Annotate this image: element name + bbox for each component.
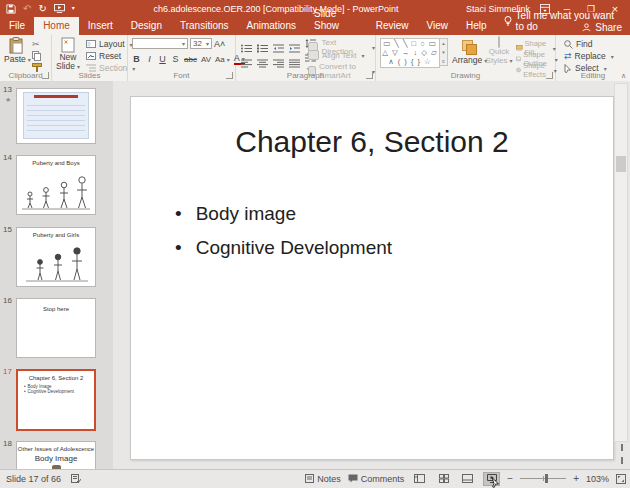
thumb15-girls-figures	[20, 240, 92, 282]
next-slide-button[interactable]	[616, 458, 628, 469]
thumb14-boys-figures	[20, 168, 92, 210]
zoom-slider-handle[interactable]	[545, 474, 548, 483]
ribbon: Paste ✂ Clipboard New Slide Layout Reset…	[0, 35, 630, 82]
redo-icon[interactable]: ↻	[38, 0, 46, 17]
slide-sorter-view-button[interactable]	[435, 472, 452, 486]
zoom-level[interactable]: 103%	[586, 474, 609, 484]
font-name-combo[interactable]	[132, 38, 188, 49]
animation-star-icon[interactable]: ★	[5, 96, 11, 104]
comments-button[interactable]: Comments	[348, 474, 405, 484]
bold-button[interactable]: B	[132, 54, 141, 64]
numbering-icon[interactable]	[257, 44, 268, 53]
mouse-cursor	[491, 477, 500, 488]
slide-title[interactable]: Chapter 6, Section 2	[131, 125, 613, 159]
paragraph-dialog-launcher[interactable]	[366, 72, 373, 79]
strikethrough-button[interactable]: abc	[184, 55, 197, 64]
previous-slide-button[interactable]	[616, 445, 628, 456]
tab-home[interactable]: Home	[34, 17, 79, 35]
thumb-number-18: 18	[3, 439, 12, 448]
group-clipboard: Paste ✂ Clipboard	[0, 35, 52, 81]
tab-transitions[interactable]: Transitions	[171, 17, 238, 35]
thumbnail-slide-16[interactable]: Stop here	[16, 298, 96, 358]
notes-button[interactable]: Notes	[305, 474, 341, 484]
find-button[interactable]: Find	[564, 39, 593, 49]
thumb13-table-graphic	[23, 92, 89, 139]
scrollbar-thumb[interactable]	[616, 156, 626, 172]
font-dialog-launcher[interactable]	[226, 72, 233, 79]
font-size-combo[interactable]: 32	[190, 38, 212, 49]
italic-button[interactable]: I	[145, 54, 154, 64]
thumbnail-slide-15[interactable]: Puberty and Girls	[16, 227, 96, 287]
shapes-gallery[interactable]: ▭ ╲ ╲ □ ○ ▭ △ ▽ → ↓ ◇ ▱ ∧ ( ) { } ☆	[380, 38, 440, 68]
vertical-scrollbar[interactable]	[614, 83, 628, 442]
tab-slide-show[interactable]: Slide Show	[305, 5, 367, 35]
tab-design[interactable]: Design	[122, 17, 171, 35]
text-shadow-button[interactable]: S	[171, 54, 180, 64]
fit-to-window-button[interactable]	[616, 474, 626, 484]
decrease-indent-icon[interactable]	[273, 44, 284, 53]
layout-button[interactable]: Layout	[86, 39, 133, 49]
paste-button[interactable]: Paste	[4, 37, 28, 64]
collapse-ribbon-icon[interactable]: ∧	[621, 72, 626, 80]
person-icon	[582, 23, 591, 32]
character-spacing-button[interactable]: AV	[201, 55, 211, 64]
status-bar: Slide 17 of 66 Notes Comments −	[0, 469, 630, 488]
slide-counter[interactable]: Slide 17 of 66	[6, 474, 61, 484]
document-title: ch6.adolescence.OER.200 [Compatibility M…	[86, 4, 466, 14]
shapes-gallery-scroll[interactable]: ▴▾≡	[439, 38, 448, 66]
reading-view-button[interactable]	[459, 472, 476, 486]
tab-file[interactable]: File	[0, 17, 34, 35]
replace-button[interactable]: ⇄ Replace	[564, 51, 614, 61]
share-button[interactable]: Share	[582, 22, 622, 33]
grow-font-button[interactable]: A˄	[214, 39, 225, 49]
underline-button[interactable]: U	[158, 54, 167, 64]
group-slides: New Slide Layout Reset Section Slides	[52, 35, 128, 81]
justify-icon[interactable]	[289, 59, 300, 68]
proofing-icon[interactable]	[71, 474, 81, 483]
new-slide-button[interactable]: New Slide	[54, 37, 82, 72]
align-left-icon[interactable]	[241, 59, 252, 68]
bullets-icon[interactable]	[241, 44, 252, 53]
slide-canvas: Chapter 6, Section 2 Body image Cognitiv…	[113, 81, 630, 470]
thumbnail-slide-14[interactable]: Puberty and Boys	[16, 155, 96, 215]
current-slide[interactable]: Chapter 6, Section 2 Body image Cognitiv…	[130, 96, 614, 460]
copy-button[interactable]	[32, 51, 41, 61]
align-right-icon[interactable]	[273, 59, 284, 68]
quick-styles-button[interactable]: Quick Styles	[484, 37, 514, 66]
tab-review[interactable]: Review	[367, 17, 418, 35]
reset-button[interactable]: Reset	[86, 51, 121, 61]
drawing-dialog-launcher[interactable]	[546, 72, 553, 79]
normal-view-button[interactable]	[411, 472, 428, 486]
undo-icon[interactable]: ↶	[23, 0, 31, 17]
thumb-number-14: 14	[3, 153, 12, 162]
tab-insert[interactable]: Insert	[79, 17, 122, 35]
zoom-in-button[interactable]: +	[573, 473, 579, 484]
arrange-button[interactable]: Arrange	[452, 37, 484, 65]
tab-help[interactable]: Help	[457, 17, 496, 35]
group-font: 32 A˄ B I U S abc AV Aa A Font	[128, 35, 236, 81]
zoom-slider[interactable]	[520, 478, 566, 479]
start-from-beginning-icon[interactable]	[54, 4, 65, 13]
slide-thumbnail-panel: 13 ★ 14 Puberty and Boys 15 Puberty and …	[0, 81, 113, 470]
align-center-icon[interactable]	[257, 59, 268, 68]
thumb-number-13: 13	[3, 85, 12, 94]
slide-body[interactable]: Body image Cognitive Development	[175, 203, 613, 259]
cut-button[interactable]: ✂	[32, 39, 40, 49]
zoom-out-button[interactable]: −	[507, 473, 513, 484]
increase-indent-icon[interactable]	[289, 44, 300, 53]
align-text-button[interactable]: Align Text	[308, 50, 365, 60]
lightbulb-icon	[504, 16, 512, 26]
ribbon-tab-row: File Home Insert Design Transitions Anim…	[0, 17, 630, 35]
thumb-number-15: 15	[3, 225, 12, 234]
thumbnail-slide-18[interactable]: Other Issues of Adolescence Body Image	[16, 441, 96, 470]
group-editing: Find ⇄ Replace Select Editing ∧	[556, 35, 630, 81]
thumbnail-slide-13[interactable]	[16, 88, 96, 144]
save-icon[interactable]	[6, 4, 16, 14]
tab-view[interactable]: View	[418, 17, 458, 35]
slide-show-view-button[interactable]	[483, 472, 500, 486]
change-case-button[interactable]: Aa	[215, 55, 230, 64]
clipboard-dialog-launcher[interactable]	[42, 72, 49, 79]
tab-animations[interactable]: Animations	[238, 17, 305, 35]
thumbnail-slide-17[interactable]: Chapter 6, Section 2 Body Image Cognitiv…	[16, 369, 96, 431]
qat-customize-icon[interactable]: ▾	[72, 0, 75, 17]
